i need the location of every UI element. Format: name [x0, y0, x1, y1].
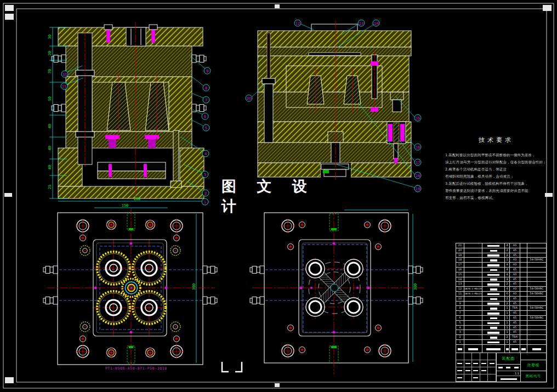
bom-item-qty: 2 — [505, 282, 510, 286]
guide-bush — [75, 344, 90, 359]
svg-text:300: 300 — [413, 283, 418, 291]
technical-requirements-title: 技术要求 — [445, 136, 547, 144]
bom-item-qty: 1 — [505, 321, 510, 325]
bom-item-name-redacted — [482, 316, 505, 320]
plan-view-left: 280 150 300 1 — [43, 197, 217, 368]
bom-item-name-redacted — [482, 311, 505, 315]
bom-item-number: 21 — [456, 243, 464, 248]
bom-row: 20 2 45 — [456, 248, 546, 253]
bom-item-material: 45 — [510, 277, 520, 282]
plan-view-right: 300 — [250, 208, 425, 374]
bom-item-number: 11 — [456, 292, 464, 296]
section-view-left — [52, 22, 206, 202]
svg-text:70: 70 — [48, 69, 52, 73]
mold-base-code: PT1-0508-A50-B71-P50-1010 — [105, 366, 167, 371]
bom-item-material: 45 — [510, 326, 520, 330]
bom-item-spare — [520, 340, 527, 344]
bom-item-material: A3 — [510, 292, 520, 296]
requirement-line: 涂上红丹油与另一分型面进行对研配合，使各分型面密合性好； — [445, 159, 547, 166]
bom-item-code — [464, 268, 482, 272]
bom-item-name-redacted — [482, 297, 505, 301]
bom-item-name-redacted — [482, 340, 505, 344]
spacer-rail-right — [180, 148, 204, 186]
bom-item-code — [464, 277, 482, 282]
bom-item-name-redacted — [482, 263, 505, 267]
bom-item-code: GB70.1-M8×25 — [464, 292, 482, 296]
bom-item-material: A3 — [510, 243, 520, 248]
guide-pillar-hole — [377, 218, 393, 234]
bom-item-number: 14 — [456, 277, 464, 282]
bom-item-number: 7 — [456, 311, 464, 315]
section-view-right — [258, 21, 411, 186]
bom-header-row — [456, 345, 546, 353]
bom-row: 17 4 A3 — [456, 263, 546, 268]
bom-row: 6 1 45 54-58HRC — [456, 316, 546, 321]
svg-text:19: 19 — [416, 187, 420, 191]
bom-item-number: 6 — [456, 316, 464, 320]
requirement-line: 塑件质量要达到设计要求，表面光泽度要好并且不能 — [445, 188, 547, 195]
bom-item-remark — [527, 263, 546, 267]
bom-row: 21 4 A3 — [456, 243, 546, 248]
water-fitting — [52, 55, 66, 63]
bom-item-remark — [527, 268, 546, 272]
requirement-line: 2.检查各个活动机构是否适当，保证没 — [445, 166, 547, 173]
svg-text:40: 40 — [48, 146, 52, 150]
svg-text:40: 40 — [48, 124, 52, 128]
bom-item-number: 19 — [456, 253, 464, 258]
bom-row: 10 2 45 — [456, 297, 546, 302]
technical-requirements: 技术要求 1.装配时要以分型面间平整或不易整修的一侧件为基准，涂上红丹油与另一分… — [445, 136, 547, 202]
bom-row: 5 1 45 — [456, 321, 546, 326]
bom-item-code — [464, 253, 482, 258]
guide-bush — [75, 218, 90, 234]
bom-item-name-redacted — [482, 292, 505, 296]
bom-row: 11 GB70.1-M8×25 6 A3 54-58HRC — [456, 292, 546, 297]
bom-item-spare — [520, 302, 527, 306]
svg-text:12: 12 — [295, 21, 300, 26]
bom-item-qty: 1 — [505, 326, 510, 330]
bom-item-name-redacted — [482, 321, 505, 325]
bom-item-qty: 4 — [505, 287, 510, 291]
bom-item-spare — [520, 282, 527, 286]
svg-text:50: 50 — [48, 96, 52, 101]
bom-item-material: 45 — [510, 321, 520, 325]
bom-item-remark — [527, 326, 546, 330]
bom-item-number: 18 — [456, 258, 464, 262]
bom-item-qty: 4 — [505, 277, 510, 282]
bom-item-spare — [520, 321, 527, 325]
svg-text:13: 13 — [359, 21, 364, 26]
bom-item-spare — [520, 306, 527, 310]
bom-item-qty: 4 — [505, 243, 510, 248]
bom-item-spare — [520, 287, 527, 291]
svg-text:17: 17 — [416, 161, 420, 165]
return-pin — [105, 346, 117, 359]
bom-row: 9 2 45 — [456, 302, 546, 306]
bom-item-remark: 54-58HRC — [527, 316, 546, 320]
bom-item-name-redacted — [482, 326, 505, 330]
bom-item-remark — [527, 330, 546, 334]
bom-item-number: 2 — [456, 335, 464, 339]
guide-pillar — [76, 30, 94, 167]
bom-row: 13 2 45 — [456, 282, 546, 287]
svg-text:10: 10 — [62, 72, 67, 77]
bom-row: 2 2 T8A — [456, 335, 546, 340]
bom-item-remark: 54-58HRC — [527, 306, 546, 310]
screw-hole — [170, 322, 180, 332]
bom-item-qty: 1 — [505, 340, 510, 344]
center-sprue-gear — [122, 279, 140, 297]
svg-text:8: 8 — [205, 86, 207, 90]
bom-item-code — [464, 263, 482, 267]
bom-item-name-redacted — [482, 253, 505, 258]
bom-item-spare — [520, 330, 527, 334]
bom-item-name-redacted — [482, 258, 505, 262]
svg-text:14: 14 — [374, 21, 379, 26]
bom-item-name-redacted — [482, 287, 505, 291]
bom-item-number: 20 — [456, 248, 464, 253]
svg-text:20: 20 — [48, 51, 52, 55]
title-block-center: 装配图 1:1 — [497, 353, 521, 382]
bom-item-code — [464, 297, 482, 301]
svg-text:3: 3 — [204, 173, 206, 177]
return-pin — [144, 346, 156, 359]
bom-item-remark: 54-58HRC — [527, 292, 546, 296]
bottom-clamp-plate — [58, 186, 204, 198]
bom-item-remark: 54-58HRC — [527, 258, 546, 262]
